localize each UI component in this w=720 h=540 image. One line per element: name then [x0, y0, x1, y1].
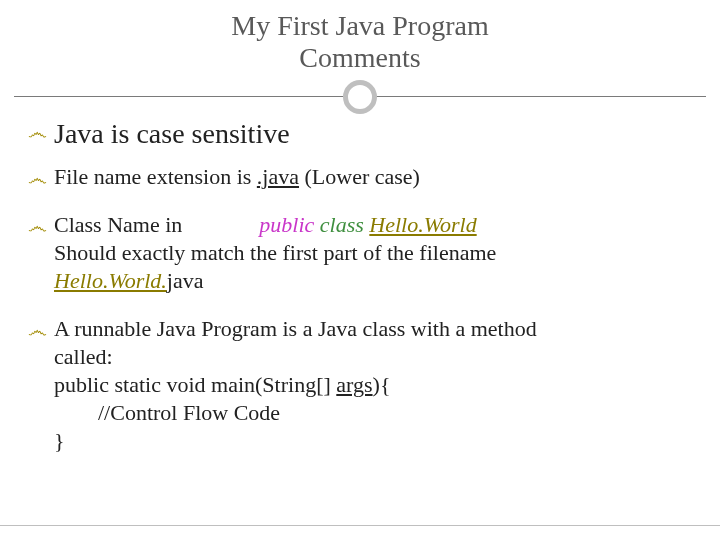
divider-circle-icon: [343, 80, 377, 114]
bullet-class-name: ෴ Class Name in public class Hello.World: [28, 212, 692, 238]
title-line-2: Comments: [299, 42, 420, 73]
bullet-class-name-line2: Should exactly match the first part of t…: [28, 240, 692, 266]
keyword-public: public: [259, 212, 314, 237]
content-area: ෴ Java is case sensitive ෴ File name ext…: [0, 118, 720, 454]
bullet-case-sensitive: ෴ Java is case sensitive: [28, 118, 692, 150]
text-pre: File name extension is: [54, 164, 257, 189]
slide-title: My First Java Program Comments: [0, 0, 720, 74]
bullet-icon: ෴: [28, 320, 47, 340]
code-post: ){: [373, 372, 391, 397]
filename-ext: java: [167, 268, 204, 293]
text-post: (Lower case): [299, 164, 420, 189]
code-args: args: [336, 372, 372, 397]
bullet-text: Java is case sensitive: [54, 118, 290, 149]
bullet-runnable-line2: called:: [28, 344, 692, 370]
bullet-runnable: ෴ A runnable Java Program is a Java clas…: [28, 316, 692, 342]
bullet-class-name-line3: Hello.World.java: [28, 268, 692, 294]
bullet-runnable-line5: }: [28, 428, 692, 454]
bullet-icon: ෴: [28, 216, 47, 236]
bullet-icon: ෴: [28, 168, 47, 188]
bullet-icon: ෴: [28, 122, 47, 142]
text-pre: Class Name in: [54, 212, 259, 237]
text-ext: .java: [257, 164, 299, 189]
bullet-runnable-line4: //Control Flow Code: [28, 400, 692, 426]
slide: My First Java Program Comments ෴ Java is…: [0, 0, 720, 540]
text: A runnable Java Program is a Java class …: [54, 316, 537, 341]
class-identifier: Hello.World: [369, 212, 476, 237]
bullet-file-extension: ෴ File name extension is .java (Lower ca…: [28, 164, 692, 190]
filename-stem: Hello.World.: [54, 268, 167, 293]
keyword-class: class: [320, 212, 364, 237]
title-line-1: My First Java Program: [231, 10, 488, 41]
code-pre: public static void main(String[]: [54, 372, 336, 397]
title-divider: [0, 78, 720, 118]
bottom-divider: [0, 525, 720, 526]
bullet-runnable-line3: public static void main(String[] args){: [28, 372, 692, 398]
